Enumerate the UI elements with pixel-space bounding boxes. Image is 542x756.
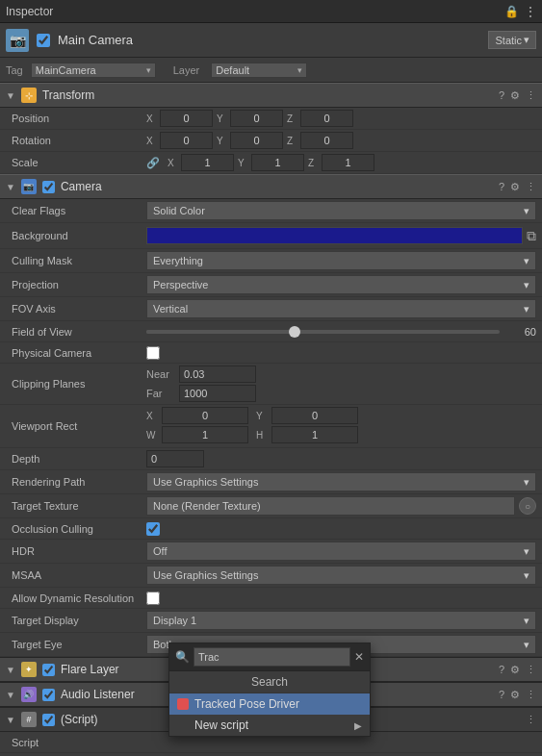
audio-listener-collapse-icon: ▼ (6, 690, 15, 700)
dropdown-item-tracked-pose-driver[interactable]: Tracked Pose Driver (169, 693, 370, 715)
camera-help-button[interactable]: ? (499, 181, 504, 192)
rotation-x-input[interactable] (160, 132, 213, 149)
viewport-w-input[interactable] (162, 426, 248, 443)
fov-slider-thumb[interactable] (289, 326, 300, 338)
transform-properties: Position X Y Z Rotation X Y Z (0, 108, 542, 174)
rotation-z-input[interactable] (300, 132, 353, 149)
object-name: Main Camera (58, 33, 480, 47)
viewport-y-input[interactable] (271, 407, 358, 424)
script-active-checkbox[interactable] (42, 714, 55, 726)
transform-menu-button[interactable]: ⋮ (526, 89, 536, 102)
transform-settings-button[interactable]: ⚙ (510, 89, 520, 102)
projection-row: Projection Perspective ▾ (0, 273, 542, 297)
hdr-dropdown[interactable]: Off ▾ (146, 542, 536, 561)
fov-slider-track[interactable] (146, 330, 500, 334)
camera-icon: 📷 (21, 179, 37, 194)
camera-menu-button[interactable]: ⋮ (526, 181, 536, 193)
static-chevron-icon: ▾ (524, 34, 529, 46)
scale-x-input[interactable] (181, 154, 234, 171)
target-display-row: Target Display Display 1 ▾ (0, 609, 542, 633)
viewport-x-input[interactable] (162, 407, 248, 424)
target-texture-pick-button[interactable]: ○ (519, 497, 536, 515)
far-input[interactable] (179, 385, 256, 402)
rendering-path-chevron-icon: ▾ (524, 476, 529, 489)
camera-settings-button[interactable]: ⚙ (510, 181, 520, 193)
projection-dropdown[interactable]: Perspective ▾ (146, 275, 536, 294)
viewport-container: X Y W H (146, 407, 536, 445)
physical-camera-checkbox[interactable] (146, 346, 160, 360)
culling-mask-chevron-icon: ▾ (524, 255, 529, 267)
depth-input[interactable] (146, 450, 204, 467)
layer-chevron-icon: ▾ (297, 65, 302, 75)
scale-link-icon: 🔗 (146, 157, 160, 169)
lock-icon[interactable]: 🔒 (504, 5, 519, 18)
projection-chevron-icon: ▾ (524, 279, 529, 291)
culling-mask-row: Culling Mask Everything ▾ (0, 249, 542, 273)
fov-axis-dropdown[interactable]: Vertical ▾ (146, 299, 536, 318)
clipping-planes-row: Clipping Planes Near Far (0, 364, 542, 405)
color-picker-icon[interactable]: ⧉ (527, 228, 536, 244)
object-icon: 📷 (6, 29, 29, 52)
target-texture-field: None (Render Texture) (146, 496, 515, 516)
static-button[interactable]: Static ▾ (488, 31, 536, 49)
dropdown-search-row: 🔍 ✕ (169, 643, 370, 671)
script-menu-button[interactable]: ⋮ (526, 714, 536, 726)
audio-help-button[interactable]: ? (499, 689, 504, 700)
allow-dynamic-checkbox[interactable] (146, 592, 160, 605)
msaa-dropdown[interactable]: Use Graphics Settings ▾ (146, 566, 536, 585)
camera-active-checkbox[interactable] (42, 181, 55, 193)
scale-z-input[interactable] (322, 154, 374, 171)
transform-section-header[interactable]: ▼ ⊹ Transform ? ⚙ ⋮ (0, 83, 542, 108)
allow-dynamic-row: Allow Dynamic Resolution (0, 588, 542, 609)
object-active-checkbox[interactable] (37, 34, 50, 47)
viewport-rect-row: Viewport Rect X Y W H (0, 405, 542, 448)
audio-settings-button[interactable]: ⚙ (510, 689, 520, 701)
target-eye-chevron-icon: ▾ (524, 639, 529, 651)
dropdown-item-new-script[interactable]: New script ▶ (169, 715, 370, 736)
transform-icon: ⊹ (21, 88, 37, 103)
hdr-row: HDR Off ▾ (0, 540, 542, 564)
clear-flags-dropdown[interactable]: Solid Color ▾ (146, 201, 536, 220)
target-display-dropdown[interactable]: Display 1 ▾ (146, 611, 536, 630)
flare-layer-icon: ✦ (21, 662, 37, 677)
flare-help-button[interactable]: ? (499, 664, 504, 675)
dropdown-clear-icon[interactable]: ✕ (354, 650, 364, 664)
dropdown-search-input[interactable] (194, 647, 350, 667)
audio-listener-active-checkbox[interactable] (42, 689, 55, 701)
background-color-swatch[interactable] (146, 227, 523, 244)
dropdown-search-icon: 🔍 (175, 650, 190, 664)
near-input[interactable] (179, 365, 256, 383)
layer-select[interactable]: Default ▾ (211, 63, 307, 78)
clipping-planes-container: Near Far (146, 365, 536, 402)
flare-menu-button[interactable]: ⋮ (526, 664, 536, 676)
fov-slider-container[interactable]: 60 (146, 326, 536, 338)
msaa-row: MSAA Use Graphics Settings ▾ (0, 564, 542, 588)
field-of-view-row: Field of View 60 (0, 321, 542, 342)
scale-y-input[interactable] (251, 154, 304, 171)
hdr-chevron-icon: ▾ (524, 545, 529, 558)
scale-row: Scale 🔗 X Y Z (0, 152, 542, 174)
menu-dots-icon[interactable]: ⋮ (525, 5, 536, 18)
position-z-input[interactable] (300, 110, 353, 127)
rendering-path-row: Rendering Path Use Graphics Settings ▾ (0, 470, 542, 494)
rotation-y-input[interactable] (230, 132, 283, 149)
transform-help-button[interactable]: ? (499, 89, 504, 101)
tracked-pose-driver-icon (177, 698, 189, 710)
rendering-path-dropdown[interactable]: Use Graphics Settings ▾ (146, 472, 536, 491)
target-texture-row: Target Texture None (Render Texture) ○ (0, 494, 542, 518)
depth-row: Depth (0, 448, 542, 470)
culling-mask-dropdown[interactable]: Everything ▾ (146, 251, 536, 270)
inspector-title: Inspector (6, 5, 53, 18)
position-x-input[interactable] (160, 110, 213, 127)
camera-collapse-icon: ▼ (6, 182, 15, 192)
flare-layer-active-checkbox[interactable] (42, 664, 55, 676)
position-y-input[interactable] (230, 110, 283, 127)
tag-select[interactable]: MainCamera ▾ (31, 63, 156, 78)
flare-settings-button[interactable]: ⚙ (510, 664, 520, 676)
dropdown-search-label: Search (169, 671, 370, 693)
background-row: Background ⧉ (0, 223, 542, 249)
occlusion-culling-checkbox[interactable] (146, 522, 160, 536)
audio-menu-button[interactable]: ⋮ (526, 689, 536, 701)
camera-section-header[interactable]: ▼ 📷 Camera ? ⚙ ⋮ (0, 174, 542, 199)
viewport-h-input[interactable] (271, 426, 358, 443)
